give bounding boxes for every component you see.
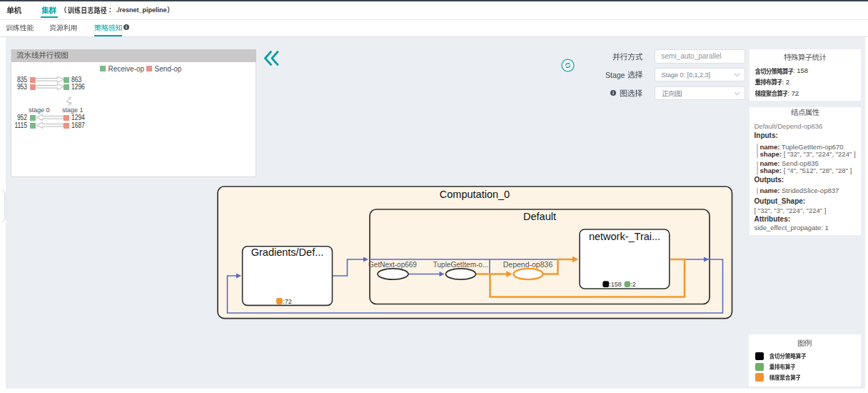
svg-text:TupleGetItem-o...: TupleGetItem-o... (433, 261, 488, 269)
svg-text:network-_Trai...: network-_Trai... (589, 231, 660, 242)
svg-text:Gradients/Def...: Gradients/Def... (251, 247, 324, 258)
svg-text:Depend-op836: Depend-op836 (503, 260, 553, 269)
svg-text:GetNext-op669: GetNext-op669 (368, 261, 417, 269)
svg-text:Default: Default (523, 211, 556, 222)
svg-text::2: :2 (630, 281, 636, 288)
svg-text:Computation_0: Computation_0 (440, 189, 510, 200)
svg-text::158: :158 (609, 281, 622, 288)
svg-text::72: :72 (283, 298, 292, 305)
